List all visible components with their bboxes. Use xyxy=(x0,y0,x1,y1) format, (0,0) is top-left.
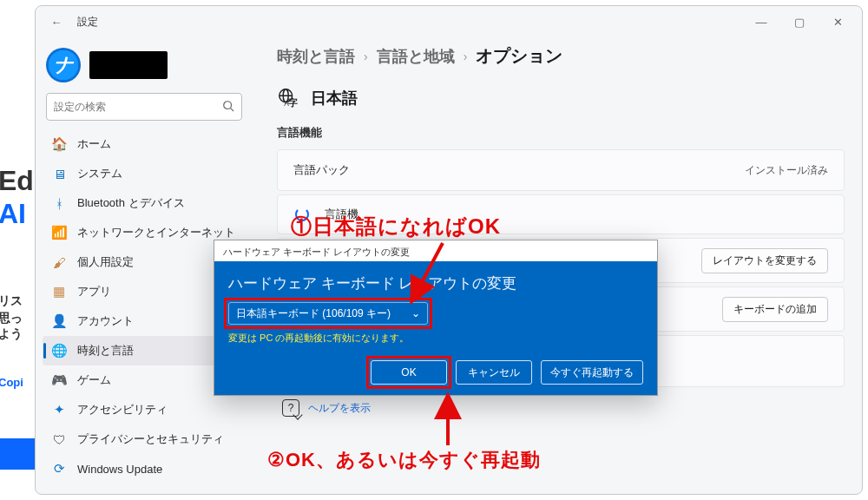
chevron-right-icon: › xyxy=(364,49,368,63)
window-title: 設定 xyxy=(77,15,98,30)
keyboard-layout-dialog: ハードウェア キーボード レイアウトの変更 ハードウェア キーボード レイアウト… xyxy=(214,240,658,396)
nav-icon: 👤 xyxy=(51,313,67,329)
nav-icon: 🌐 xyxy=(51,343,67,359)
dialog-heading: ハードウェア キーボード レイアウトの変更 xyxy=(228,273,643,293)
nav-icon: ᚼ xyxy=(51,195,67,211)
breadcrumb-item[interactable]: 言語と地域 xyxy=(377,46,455,67)
sidebar-item-9[interactable]: ✦アクセシビリティ xyxy=(43,395,246,424)
loading-icon xyxy=(293,206,311,223)
nav-icon: ⟳ xyxy=(51,461,67,477)
dialog-actions: OK キャンセル 今すぐ再起動する xyxy=(228,360,643,385)
nav-icon: 🖌 xyxy=(51,254,67,270)
restart-now-button[interactable]: 今すぐ再起動する xyxy=(541,360,643,385)
nav-icon: 🖥 xyxy=(51,166,67,181)
avatar: ナ xyxy=(46,48,81,82)
svg-line-1 xyxy=(231,108,234,111)
globe-language-icon: 字 A xyxy=(277,87,299,109)
svg-text:A: A xyxy=(284,99,289,108)
cancel-button[interactable]: キャンセル xyxy=(456,360,532,385)
layout-dropdown[interactable]: 日本語キーボード (106/109 キー) ⌄ xyxy=(228,302,428,325)
nav-label: ネットワークとインターネット xyxy=(77,225,235,240)
nav-label: ホーム xyxy=(77,136,111,152)
search-icon xyxy=(222,100,234,115)
sidebar-item-11[interactable]: ⟳Windows Update xyxy=(43,454,246,484)
minimize-button[interactable]: — xyxy=(742,8,780,36)
help-row: ? ヘルプを表示 xyxy=(277,391,845,425)
dialog-frame-title: ハードウェア キーボード レイアウトの変更 xyxy=(214,240,657,261)
change-layout-button[interactable]: レイアウトを変更する xyxy=(701,248,828,273)
add-keyboard-button[interactable]: キーボードの追加 xyxy=(722,297,828,322)
nav-label: プライバシーとセキュリティ xyxy=(77,431,224,447)
section-heading: 言語機能 xyxy=(277,125,845,141)
chevron-right-icon: › xyxy=(464,49,468,63)
nav-icon: ✦ xyxy=(51,402,67,418)
card-status: インストール済み xyxy=(745,163,828,178)
titlebar: ← 設定 — ▢ ✕ xyxy=(36,6,862,37)
svg-text:字: 字 xyxy=(288,97,298,108)
nav-label: Windows Update xyxy=(77,463,162,476)
arrow-left-icon: ← xyxy=(51,16,62,29)
page-title-row: 字 A 日本語 xyxy=(277,87,845,109)
nav-icon: ▦ xyxy=(51,284,67,299)
sidebar-item-0[interactable]: 🏠ホーム xyxy=(43,129,246,159)
nav-icon: 🏠 xyxy=(51,136,67,152)
nav-icon: 🎮 xyxy=(51,372,67,388)
nav-label: アプリ xyxy=(77,284,111,299)
nav-label: 個人用設定 xyxy=(77,254,134,270)
help-icon: ? xyxy=(282,399,299,417)
nav-label: アカウント xyxy=(77,313,134,329)
sidebar-item-2[interactable]: ᚼBluetooth とデバイス xyxy=(43,188,246,218)
back-button[interactable]: ← xyxy=(48,13,65,30)
profile-block[interactable]: ナ xyxy=(43,44,246,93)
breadcrumb-current: オプション xyxy=(476,44,562,68)
window-controls: — ▢ ✕ xyxy=(742,8,857,36)
card-voice[interactable]: 言語機 xyxy=(277,194,845,234)
svg-point-0 xyxy=(224,101,232,109)
maximize-button[interactable]: ▢ xyxy=(780,8,819,36)
chevron-down-icon: ⌄ xyxy=(411,307,420,319)
page-title: 日本語 xyxy=(311,88,358,109)
nav-label: 時刻と言語 xyxy=(77,343,134,359)
restart-note: 変更は PC の再起動後に有効になります。 xyxy=(228,332,643,345)
sidebar-item-10[interactable]: 🛡プライバシーとセキュリティ xyxy=(43,424,246,454)
nav-label: ゲーム xyxy=(77,372,111,388)
card-title: 言語パック xyxy=(293,162,350,178)
profile-name-redacted xyxy=(89,51,168,79)
ok-button-highlight: OK xyxy=(371,360,447,385)
sidebar-item-1[interactable]: 🖥システム xyxy=(43,159,246,188)
dropdown-selected: 日本語キーボード (106/109 キー) xyxy=(236,306,391,321)
background-artifact: Ed AI リス 思っ よう Copi xyxy=(0,0,35,500)
close-button[interactable]: ✕ xyxy=(819,8,857,36)
card-language-pack[interactable]: 言語パック インストール済み xyxy=(277,149,845,191)
nav-label: システム xyxy=(77,166,122,181)
layout-dropdown-highlight: 日本語キーボード (106/109 キー) ⌄ xyxy=(228,302,428,325)
nav-label: アクセシビリティ xyxy=(77,402,168,418)
search-input[interactable] xyxy=(54,101,222,113)
search-box[interactable] xyxy=(46,93,242,121)
breadcrumb-item[interactable]: 時刻と言語 xyxy=(277,46,355,67)
breadcrumb: 時刻と言語 › 言語と地域 › オプション xyxy=(277,43,845,68)
ok-button[interactable]: OK xyxy=(371,360,447,385)
nav-icon: 🛡 xyxy=(51,431,67,447)
nav-label: Bluetooth とデバイス xyxy=(77,195,185,211)
card-title: 言語機 xyxy=(325,207,358,222)
nav-icon: 📶 xyxy=(51,225,67,240)
help-link[interactable]: ヘルプを表示 xyxy=(308,401,371,416)
